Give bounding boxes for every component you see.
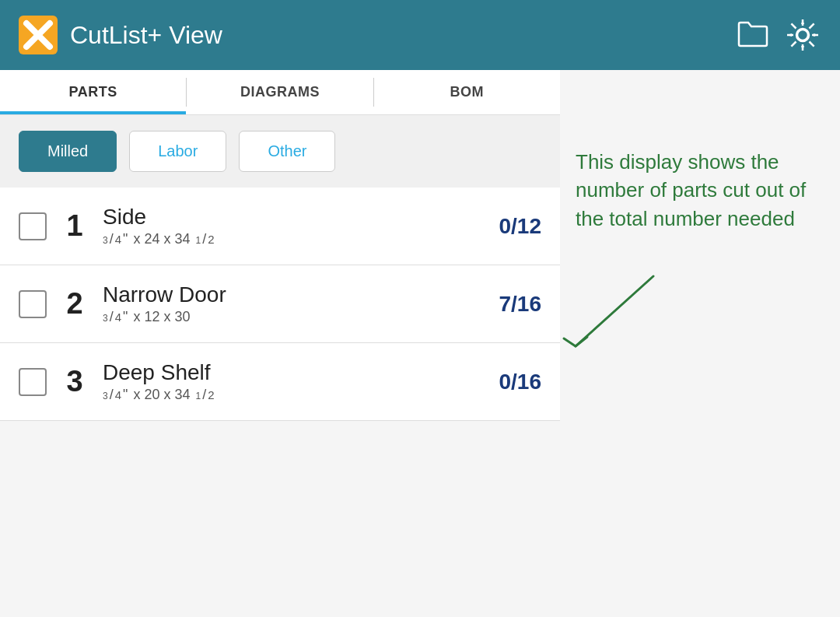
part-number-3: 3 xyxy=(59,365,90,398)
folder-icon[interactable] xyxy=(734,16,772,54)
table-row: 1 Side 3/4" x 24 x 34 1/2 0/12 xyxy=(0,188,560,265)
sub-tab-milled[interactable]: Milled xyxy=(19,131,117,172)
part-name-3: Deep Shelf xyxy=(103,360,467,385)
part-info-3: Deep Shelf 3/4" x 20 x 34 1/2 xyxy=(103,360,467,403)
part-dims-3: 3/4" x 20 x 34 1/2 xyxy=(103,387,467,403)
part-number-1: 1 xyxy=(59,209,90,243)
part-dims-1: 3/4" x 24 x 34 1/2 xyxy=(103,231,467,247)
part-name-2: Narrow Door xyxy=(103,282,467,307)
annotation-text: This display shows the number of parts c… xyxy=(576,148,824,233)
part-checkbox-1[interactable] xyxy=(19,212,47,240)
parts-list: 1 Side 3/4" x 24 x 34 1/2 0/12 2 Narrow … xyxy=(0,188,560,421)
sub-tab-labor[interactable]: Labor xyxy=(129,131,226,172)
part-name-1: Side xyxy=(103,205,467,230)
part-checkbox-3[interactable] xyxy=(19,368,47,396)
tab-diagrams[interactable]: DIAGRAMS xyxy=(187,70,373,114)
part-dims-2: 3/4" x 12 x 30 xyxy=(103,309,467,325)
dim-frac-den-1: 4 xyxy=(115,233,121,246)
table-row: 2 Narrow Door 3/4" x 12 x 30 7/16 xyxy=(0,265,560,343)
part-checkbox-2[interactable] xyxy=(19,290,47,318)
tab-parts[interactable]: PARTS xyxy=(0,70,186,114)
table-row: 3 Deep Shelf 3/4" x 20 x 34 1/2 0/16 xyxy=(0,343,560,421)
part-number-2: 2 xyxy=(59,287,90,321)
part-info-2: Narrow Door 3/4" x 12 x 30 xyxy=(103,282,467,325)
sub-tabs: Milled Labor Other xyxy=(0,115,560,188)
part-count-3: 0/16 xyxy=(479,370,541,394)
annotation-arrow xyxy=(529,268,684,362)
app-header: CutList+ View xyxy=(0,0,840,70)
sub-tab-other[interactable]: Other xyxy=(239,131,335,172)
settings-icon[interactable] xyxy=(784,16,821,54)
svg-line-11 xyxy=(791,42,796,47)
main-tabs: PARTS DIAGRAMS BOM xyxy=(0,70,560,115)
app-title: CutList+ View xyxy=(70,21,722,50)
svg-line-9 xyxy=(810,42,814,47)
part-info-1: Side 3/4" x 24 x 34 1/2 xyxy=(103,205,467,247)
tab-bom[interactable]: BOM xyxy=(374,70,560,114)
dim-frac-num-1: 3 xyxy=(103,235,108,246)
svg-point-12 xyxy=(796,29,809,41)
svg-line-8 xyxy=(791,23,796,28)
part-count-1: 0/12 xyxy=(479,214,541,239)
app-logo xyxy=(19,16,58,54)
svg-line-10 xyxy=(810,23,814,28)
annotation-area: This display shows the number of parts c… xyxy=(576,148,824,233)
